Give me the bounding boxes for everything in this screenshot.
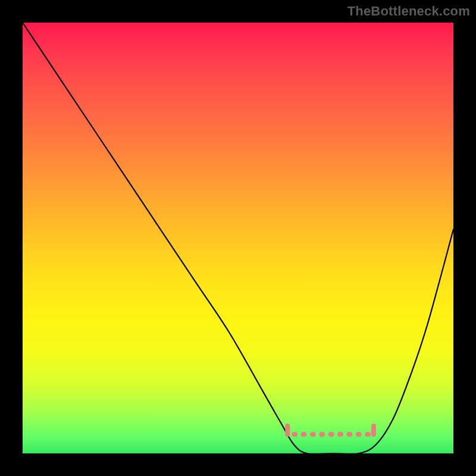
gradient-background (23, 23, 453, 453)
plot-area (23, 23, 453, 453)
chart-container: TheBottleneck.com (0, 0, 476, 476)
watermark-text: TheBottleneck.com (347, 4, 470, 19)
